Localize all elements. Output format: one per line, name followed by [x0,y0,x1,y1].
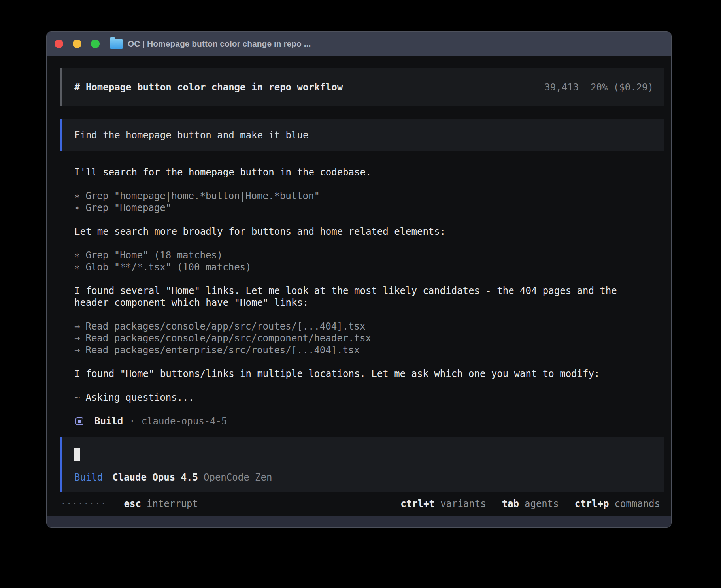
status-bar-left: ········ esc interrupt [60,498,198,510]
minimize-window-button[interactable] [73,40,81,48]
window-controls [55,40,100,48]
folder-icon [110,39,123,49]
terminal-content: # Homepage button color change in repo w… [47,56,671,516]
shortcut-commands: ctrl+p commands [575,498,660,510]
window-bottom-chrome [47,516,671,528]
context-percent-cost: 20% ($0.29) [591,81,653,93]
text-cursor [74,448,80,461]
assistant-paragraph: I found several "Home" links. Let me loo… [74,285,649,309]
build-agent-icon [75,417,83,425]
terminal-window: OC | Homepage button color change in rep… [46,31,672,528]
user-message: Find the homepage button and make it blu… [60,119,664,151]
agent-name: Build [94,415,123,427]
tool-call-group: ∗Grep "homepage|home.*button|Home.*butto… [74,190,653,214]
tool-call-group: →Read packages/console/app/src/routes/[.… [74,320,653,356]
session-header: # Homepage button color change in repo w… [60,68,664,106]
close-window-button[interactable] [55,40,63,48]
asterisk-icon: ∗ [74,262,80,273]
tool-call-read: →Read packages/console/app/src/routes/[.… [74,320,653,332]
esc-key-hint: esc [124,498,141,510]
asterisk-icon: ∗ [74,202,80,213]
dot-separator: · [129,415,135,427]
window-title: OC | Homepage button color change in rep… [128,38,311,50]
session-title: # Homepage button color change in repo w… [74,81,343,93]
input-provider-label: OpenCode Zen [204,471,272,483]
tool-call-glob: ∗Glob "**/*.tsx" (100 matches) [74,261,653,273]
input-agent-label[interactable]: Build [74,471,103,483]
arrow-right-icon: → [74,333,80,344]
interrupt-hint-label: interrupt [147,498,198,510]
shortcut-agents: tab agents [502,498,559,510]
tool-call-grep: ∗Grep "Home" (18 matches) [74,249,653,261]
tool-call-read: →Read packages/enterprise/src/routes/[..… [74,344,653,356]
input-model-label: Claude Opus 4.5 [112,471,198,483]
agent-model-line: Build · claude-opus-4-5 [74,415,653,427]
prompt-input[interactable]: Build Claude Opus 4.5 OpenCode Zen [60,437,664,492]
assistant-transcript: I'll search for the homepage button in t… [60,166,653,427]
asterisk-icon: ∗ [74,250,80,261]
zoom-window-button[interactable] [91,40,100,48]
status-bar-shortcuts: ctrl+t variants tab agents ctrl+p comman… [400,498,660,510]
working-status: ~Asking questions... [74,392,653,403]
assistant-paragraph: I found "Home" buttons/links in multiple… [74,368,649,380]
tilde-icon: ~ [74,392,80,403]
input-meta: Build Claude Opus 4.5 OpenCode Zen [74,471,664,483]
status-bar: ········ esc interrupt ctrl+t variants t… [60,492,664,516]
token-count: 39,413 [544,81,579,93]
shortcut-variants: ctrl+t variants [400,498,486,510]
model-name: claude-opus-4-5 [142,415,227,427]
assistant-paragraph: Let me search more broadly for buttons a… [74,226,649,237]
tool-call-read: →Read packages/console/app/src/component… [74,332,653,344]
titlebar: OC | Homepage button color change in rep… [47,32,671,56]
arrow-right-icon: → [74,321,80,332]
spinner-dots-icon: ········ [60,498,106,510]
token-usage: 39,413 20% ($0.29) [544,81,653,93]
tool-call-group: ∗Grep "Home" (18 matches) ∗Glob "**/*.ts… [74,249,653,273]
asterisk-icon: ∗ [74,190,80,202]
user-message-text: Find the homepage button and make it blu… [74,129,308,141]
assistant-paragraph: I'll search for the homepage button in t… [74,166,649,178]
tool-call-grep: ∗Grep "homepage|home.*button|Home.*butto… [74,190,653,202]
arrow-right-icon: → [74,345,80,356]
tool-call-grep: ∗Grep "Homepage" [74,202,653,214]
